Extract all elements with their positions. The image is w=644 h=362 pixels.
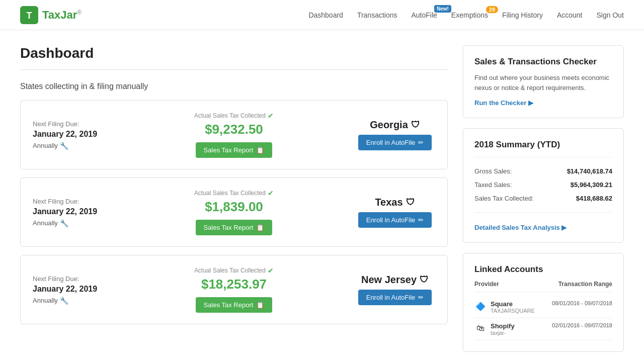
frequency-georgia: Annually 🔧 bbox=[33, 142, 113, 150]
report-doc-icon-georgia: 📋 bbox=[256, 146, 264, 154]
card-state-texas: Texas 🛡 Enroll in AutoFile ✏ bbox=[355, 197, 435, 228]
summary-value-taxed: $5,964,309.21 bbox=[571, 181, 612, 189]
logo-icon: T bbox=[20, 6, 38, 24]
autofile-btn-georgia[interactable]: Enroll in AutoFile ✏ bbox=[358, 135, 432, 150]
summary-value-collected: $418,688.62 bbox=[576, 195, 612, 202]
card-filing-newjersey: Next Filing Due: January 22, 2019 Annual… bbox=[33, 275, 113, 305]
linked-accounts-panel: Linked Accounts Provider Transaction Ran… bbox=[463, 253, 624, 352]
check-icon-georgia: ✔ bbox=[268, 112, 274, 120]
wrench-icon-newjersey[interactable]: 🔧 bbox=[60, 297, 68, 305]
account-name-shopify: Shopify bbox=[491, 322, 552, 330]
wrench-icon-georgia[interactable]: 🔧 bbox=[60, 142, 68, 150]
main-content: Dashboard States collecting in & filing … bbox=[0, 30, 644, 362]
nav-autofile-wrap: AutoFile New! bbox=[412, 11, 437, 19]
run-checker-link[interactable]: Run the Checker ▶ bbox=[474, 99, 533, 107]
filing-due-label-texas: Next Filing Due: bbox=[33, 198, 113, 205]
report-doc-icon-newjersey: 📋 bbox=[256, 301, 264, 309]
state-name-texas: Texas 🛡 bbox=[355, 197, 435, 208]
autofile-btn-newjersey[interactable]: Enroll in AutoFile ✏ bbox=[358, 290, 432, 305]
nav-links: Dashboard Transactions AutoFile New! Exe… bbox=[308, 11, 624, 19]
account-range-square: 08/01/2016 - 09/07/2018 bbox=[552, 300, 612, 306]
report-btn-georgia[interactable]: Sales Tax Report 📋 bbox=[196, 142, 273, 158]
shopify-icon: 🛍 bbox=[474, 322, 487, 334]
nav-autofile[interactable]: AutoFile bbox=[412, 11, 437, 19]
nav-filing-history[interactable]: Filing History bbox=[502, 11, 543, 19]
report-btn-texas[interactable]: Sales Tax Report 📋 bbox=[196, 220, 273, 235]
wrench-icon-texas[interactable]: 🔧 bbox=[60, 219, 68, 227]
autofile-icon-newjersey: ✏ bbox=[418, 294, 424, 301]
checker-panel: Sales & Transactions Checker Find out wh… bbox=[463, 45, 624, 118]
filing-date-newjersey: January 22, 2019 bbox=[33, 285, 113, 294]
linked-accounts-title: Linked Accounts bbox=[474, 264, 612, 275]
account-row-shopify: 🛍 Shopify taxjar- 02/01/2016 - 09/07/201… bbox=[474, 318, 612, 340]
checker-desc: Find out where your business meets econo… bbox=[474, 73, 612, 93]
filing-date-texas: January 22, 2019 bbox=[33, 207, 113, 216]
tax-amount-newjersey: $18,253.97 bbox=[123, 277, 345, 292]
tax-amount-georgia: $9,232.50 bbox=[123, 122, 345, 137]
nav-sign-out[interactable]: Sign Out bbox=[597, 11, 624, 19]
summary-panel: 2018 Summary (YTD) Gross Sales: $14,740,… bbox=[463, 128, 624, 243]
state-card-newjersey: Next Filing Due: January 22, 2019 Annual… bbox=[20, 255, 448, 324]
card-tax-newjersey: Actual Sales Tax Collected ✔ $18,253.97 … bbox=[123, 266, 345, 313]
nav-exemptions[interactable]: Exemptions bbox=[451, 11, 488, 19]
account-name-square: Square bbox=[491, 300, 552, 308]
left-panel: Dashboard States collecting in & filing … bbox=[20, 45, 448, 362]
nav-exemptions-wrap: Exemptions 29 bbox=[451, 11, 488, 19]
summary-divider bbox=[474, 157, 612, 157]
card-state-georgia: Georgia 🛡 Enroll in AutoFile ✏ bbox=[355, 119, 435, 150]
card-filing-texas: Next Filing Due: January 22, 2019 Annual… bbox=[33, 198, 113, 227]
frequency-newjersey: Annually 🔧 bbox=[33, 297, 113, 305]
shield-icon-georgia: 🛡 bbox=[411, 120, 420, 130]
account-info-square: Square TAXJARSQUARE bbox=[491, 300, 552, 314]
section-title: States collecting in & filing manually bbox=[20, 82, 448, 91]
state-name-georgia: Georgia 🛡 bbox=[355, 119, 435, 131]
account-row-square: 🔷 Square TAXJARSQUARE 08/01/2016 - 09/07… bbox=[474, 296, 612, 318]
autofile-badge: New! bbox=[434, 5, 451, 13]
svg-text:T: T bbox=[27, 11, 32, 21]
summary-value-gross: $14,740,618.74 bbox=[567, 167, 612, 175]
checker-title: Sales & Transactions Checker bbox=[474, 57, 612, 67]
summary-label-collected: Sales Tax Collected: bbox=[474, 195, 534, 202]
filing-due-label-newjersey: Next Filing Due: bbox=[33, 275, 113, 283]
summary-divider2 bbox=[474, 212, 612, 213]
tax-label-texas: Actual Sales Tax Collected ✔ bbox=[123, 189, 345, 197]
tax-label-georgia: Actual Sales Tax Collected ✔ bbox=[123, 112, 345, 120]
summary-label-taxed: Taxed Sales: bbox=[474, 181, 512, 189]
summary-row-gross: Gross Sales: $14,740,618.74 bbox=[474, 164, 612, 178]
summary-label-gross: Gross Sales: bbox=[474, 167, 512, 175]
card-tax-georgia: Actual Sales Tax Collected ✔ $9,232.50 S… bbox=[123, 112, 345, 158]
nav-account[interactable]: Account bbox=[557, 11, 583, 19]
detailed-analysis-link[interactable]: Detailed Sales Tax Analysis ▶ bbox=[474, 224, 567, 231]
state-card-georgia: Next Filing Due: January 22, 2019 Annual… bbox=[20, 100, 448, 169]
card-state-newjersey: New Jersey 🛡 Enroll in AutoFile ✏ bbox=[355, 274, 435, 305]
summary-row-collected: Sales Tax Collected: $418,688.62 bbox=[474, 192, 612, 205]
card-filing-georgia: Next Filing Due: January 22, 2019 Annual… bbox=[33, 120, 113, 150]
range-col-header: Transaction Range bbox=[558, 281, 612, 288]
autofile-icon-texas: ✏ bbox=[418, 216, 424, 224]
page-title: Dashboard bbox=[20, 45, 448, 61]
account-sub-square: TAXJARSQUARE bbox=[491, 308, 552, 314]
autofile-btn-texas[interactable]: Enroll in AutoFile ✏ bbox=[358, 212, 432, 228]
autofile-icon-georgia: ✏ bbox=[418, 139, 424, 146]
account-info-shopify: Shopify taxjar- bbox=[491, 322, 552, 336]
logo-text: TaxJar® bbox=[42, 9, 82, 22]
logo: T TaxJar® bbox=[20, 6, 82, 24]
nav-transactions[interactable]: Transactions bbox=[357, 11, 397, 19]
provider-col-header: Provider bbox=[474, 281, 499, 288]
report-btn-newjersey[interactable]: Sales Tax Report 📋 bbox=[196, 297, 273, 313]
nav-dashboard[interactable]: Dashboard bbox=[308, 11, 343, 19]
square-icon: 🔷 bbox=[474, 300, 487, 312]
state-card-texas: Next Filing Due: January 22, 2019 Annual… bbox=[20, 177, 448, 247]
shield-icon-newjersey: 🛡 bbox=[420, 275, 429, 285]
check-icon-texas: ✔ bbox=[268, 189, 274, 197]
exemptions-badge: 29 bbox=[486, 6, 498, 13]
accounts-header: Provider Transaction Range bbox=[474, 281, 612, 292]
tax-amount-texas: $1,839.00 bbox=[123, 199, 345, 215]
account-sub-shopify: taxjar- bbox=[491, 330, 552, 336]
state-name-newjersey: New Jersey 🛡 bbox=[355, 274, 435, 286]
navbar: T TaxJar® Dashboard Transactions AutoFil… bbox=[0, 0, 644, 30]
shield-icon-texas: 🛡 bbox=[406, 197, 415, 208]
card-tax-texas: Actual Sales Tax Collected ✔ $1,839.00 S… bbox=[123, 189, 345, 235]
account-range-shopify: 02/01/2016 - 09/07/2018 bbox=[552, 322, 612, 328]
report-doc-icon-texas: 📋 bbox=[256, 224, 264, 231]
